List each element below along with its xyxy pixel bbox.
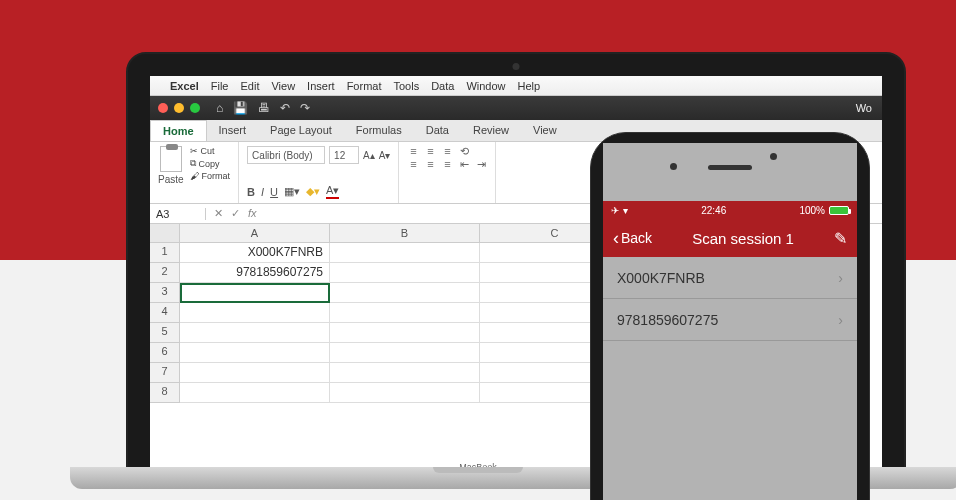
fill-color-button[interactable]: ◆▾ — [306, 185, 320, 198]
tab-formulas[interactable]: Formulas — [344, 120, 414, 141]
decrease-font-icon[interactable]: A▾ — [379, 150, 391, 161]
paste-button[interactable]: Paste — [158, 146, 184, 185]
tab-review[interactable]: Review — [461, 120, 521, 141]
cell-a5[interactable] — [180, 323, 330, 343]
cell-b7[interactable] — [330, 363, 480, 383]
select-all-corner[interactable] — [150, 224, 180, 243]
align-center-icon[interactable]: ≡ — [424, 159, 436, 169]
menu-insert[interactable]: Insert — [307, 80, 335, 92]
battery-percent: 100% — [799, 205, 825, 216]
font-color-button[interactable]: A▾ — [326, 184, 339, 199]
bold-button[interactable]: B — [247, 186, 255, 198]
cell-a1[interactable]: X000K7FNRB — [180, 243, 330, 263]
name-box[interactable]: A3 — [150, 208, 206, 220]
row-header-3[interactable]: 3 — [150, 283, 180, 303]
phone-status-bar: ✈ ▾ 22:46 100% — [603, 201, 857, 219]
menu-tools[interactable]: Tools — [393, 80, 419, 92]
cell-a3-selected[interactable] — [180, 283, 330, 303]
decrease-indent-icon[interactable]: ⇤ — [458, 159, 470, 169]
font-size-select[interactable]: 12 — [329, 146, 359, 164]
undo-icon[interactable]: ↶ — [280, 101, 290, 115]
cell-b6[interactable] — [330, 343, 480, 363]
menu-window[interactable]: Window — [466, 80, 505, 92]
font-group: Calibri (Body) 12 A▴ A▾ B I U ▦▾ ◆▾ A▾ — [239, 142, 399, 203]
phone-screen: ✈ ▾ 22:46 100% ‹ Back Scan session 1 ✎ — [603, 143, 857, 500]
airplane-mode-icon: ✈ — [611, 205, 619, 216]
print-icon[interactable]: 🖶 — [258, 101, 270, 115]
align-bottom-icon[interactable]: ≡ — [441, 146, 453, 156]
app-name[interactable]: Excel — [170, 80, 199, 92]
col-header-a[interactable]: A — [180, 224, 330, 243]
quick-access-toolbar: ⌂ 💾 🖶 ↶ ↷ — [216, 101, 310, 115]
back-button[interactable]: ‹ Back — [613, 228, 652, 249]
format-painter-button[interactable]: 🖌 Format — [190, 171, 231, 181]
cell-a6[interactable] — [180, 343, 330, 363]
row-header-6[interactable]: 6 — [150, 343, 180, 363]
cancel-formula-icon[interactable]: ✕ — [214, 207, 223, 220]
confirm-formula-icon[interactable]: ✓ — [231, 207, 240, 220]
home-icon[interactable]: ⌂ — [216, 101, 223, 115]
cell-a4[interactable] — [180, 303, 330, 323]
menu-help[interactable]: Help — [518, 80, 541, 92]
align-left-icon[interactable]: ≡ — [407, 159, 419, 169]
menu-data[interactable]: Data — [431, 80, 454, 92]
cell-b8[interactable] — [330, 383, 480, 403]
row-header-8[interactable]: 8 — [150, 383, 180, 403]
row-header-5[interactable]: 5 — [150, 323, 180, 343]
menu-view[interactable]: View — [271, 80, 295, 92]
col-header-b[interactable]: B — [330, 224, 480, 243]
macos-menubar: Excel File Edit View Insert Format Tools… — [150, 76, 882, 96]
orientation-icon[interactable]: ⟲ — [458, 146, 470, 156]
cut-button[interactable]: ✂ Cut — [190, 146, 231, 156]
save-icon[interactable]: 💾 — [233, 101, 248, 115]
cell-a2[interactable]: 9781859607275 — [180, 263, 330, 283]
increase-indent-icon[interactable]: ⇥ — [475, 159, 487, 169]
align-middle-icon[interactable]: ≡ — [424, 146, 436, 156]
underline-button[interactable]: U — [270, 186, 278, 198]
row-header-4[interactable]: 4 — [150, 303, 180, 323]
row-header-1[interactable]: 1 — [150, 243, 180, 263]
list-item[interactable]: X000K7FNRB › — [603, 257, 857, 299]
copy-button[interactable]: ⧉ Copy — [190, 158, 231, 169]
minimize-button[interactable] — [174, 103, 184, 113]
close-button[interactable] — [158, 103, 168, 113]
cell-b2[interactable] — [330, 263, 480, 283]
cell-b4[interactable] — [330, 303, 480, 323]
fx-label[interactable]: fx — [248, 207, 257, 220]
font-name-select[interactable]: Calibri (Body) — [247, 146, 325, 164]
menu-file[interactable]: File — [211, 80, 229, 92]
phone-camera — [670, 163, 677, 170]
row-header-2[interactable]: 2 — [150, 263, 180, 283]
maximize-button[interactable] — [190, 103, 200, 113]
edit-icon[interactable]: ✎ — [834, 229, 847, 248]
laptop-camera — [513, 63, 520, 70]
align-right-icon[interactable]: ≡ — [441, 159, 453, 169]
laptop-notch — [433, 467, 523, 473]
border-button[interactable]: ▦▾ — [284, 185, 300, 198]
alignment-group: ≡ ≡ ≡ ⟲ ≡ ≡ ≡ ⇤ ⇥ — [399, 142, 496, 203]
document-name: Wo — [856, 102, 872, 114]
cell-b3[interactable] — [330, 283, 480, 303]
battery-icon — [829, 206, 849, 215]
cell-a7[interactable] — [180, 363, 330, 383]
tab-data[interactable]: Data — [414, 120, 461, 141]
redo-icon[interactable]: ↷ — [300, 101, 310, 115]
cell-b5[interactable] — [330, 323, 480, 343]
nav-title: Scan session 1 — [692, 230, 794, 247]
cell-b1[interactable] — [330, 243, 480, 263]
tab-page-layout[interactable]: Page Layout — [258, 120, 344, 141]
phone-speaker — [708, 165, 752, 170]
increase-font-icon[interactable]: A▴ — [363, 150, 375, 161]
tab-view[interactable]: View — [521, 120, 569, 141]
cell-a8[interactable] — [180, 383, 330, 403]
status-time: 22:46 — [701, 205, 726, 216]
menu-format[interactable]: Format — [347, 80, 382, 92]
menu-edit[interactable]: Edit — [240, 80, 259, 92]
window-controls — [158, 103, 200, 113]
row-header-7[interactable]: 7 — [150, 363, 180, 383]
align-top-icon[interactable]: ≡ — [407, 146, 419, 156]
list-item[interactable]: 9781859607275 › — [603, 299, 857, 341]
tab-home[interactable]: Home — [150, 120, 207, 141]
tab-insert[interactable]: Insert — [207, 120, 259, 141]
italic-button[interactable]: I — [261, 186, 264, 198]
